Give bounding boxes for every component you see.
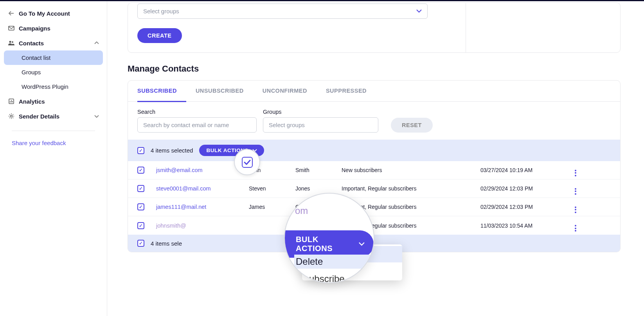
row-checkbox[interactable]: ✓ [137,203,144,210]
date-cell: 03/27/2024 10:19 AM [480,167,570,173]
more-icon[interactable] [575,188,576,195]
select-all-checkbox[interactable]: ✓ [137,147,144,154]
svg-point-4 [11,115,13,117]
nav-sender-details[interactable]: Sender Details [4,109,103,124]
nav-contacts[interactable]: Contacts [4,36,103,50]
more-icon[interactable] [575,225,576,232]
placeholder-text: Select groups [143,8,179,14]
svg-rect-0 [9,26,14,30]
chevron-down-icon [358,242,365,246]
chevron-down-icon [416,9,422,13]
tab-subscribed[interactable]: SUBSCRIBED [137,81,186,102]
magnifier-overlay: om BULK ACTIONS Delete subscribe [284,193,374,283]
first-name: Steven [249,185,295,192]
nav-label: Sender Details [19,113,59,120]
chevron-down-icon [94,115,99,118]
card-right-panel [466,3,620,52]
tab-suppressed[interactable]: SUPPRESSED [326,81,376,101]
magnified-delete: Delete [294,255,374,269]
svg-point-1 [9,41,11,43]
groups-select-top[interactable]: Select groups [137,4,428,19]
nav-analytics[interactable]: Analytics [4,94,103,109]
date-cell: 11/03/2023 10:54 AM [480,223,570,229]
row-checkbox[interactable]: ✓ [137,222,144,229]
last-name: Smith [295,167,342,173]
magnified-checkbox [242,157,253,168]
groups-select[interactable]: Select groups [263,117,378,133]
svg-point-2 [12,41,13,43]
nav-groups[interactable]: Groups [4,65,103,79]
more-icon[interactable] [575,170,576,176]
tab-unconfirmed[interactable]: UNCONFIRMED [263,81,317,101]
nav-label: Campaigns [19,25,50,32]
mail-icon [8,25,15,32]
table-row: ✓steve0001@mail.comStevenJonesImportant,… [128,180,620,198]
arrow-left-icon [8,10,15,17]
row-checkbox[interactable]: ✓ [137,167,144,174]
contact-email[interactable]: johnsmith@ [156,223,186,229]
selected-count: 4 items sele [151,240,182,247]
search-input[interactable] [137,117,257,133]
groups-cell: Important, Regular subscribers [342,185,480,192]
search-label: Search [137,109,257,115]
nav-label: Contacts [19,40,44,47]
date-cell: 02/29/2024 12:03 PM [480,204,570,210]
magnified-email-fragment: om [295,205,308,216]
check-icon [244,160,251,165]
create-button[interactable]: CREATE [137,28,182,43]
more-icon[interactable] [575,206,576,213]
sidebar: Go To My Account Campaigns Contacts Cont… [0,1,107,316]
nav-label: Analytics [19,98,45,105]
table-row: ✓jsmith@email.comJohnSmithNew subscriber… [128,161,620,180]
main-content: Select groups CREATE Manage Contacts SUB… [107,1,644,316]
row-checkbox[interactable]: ✓ [137,185,144,192]
mini-magnifier-checkbox [234,149,260,175]
nav-wp-plugin[interactable]: WordPress Plugin [4,79,103,94]
chevron-up-icon [94,41,99,45]
tabs: SUBSCRIBED UNSUBSCRIBED UNCONFIRMED SUPP… [128,81,620,102]
reset-button[interactable]: RESET [391,118,433,133]
contact-email[interactable]: steve0001@mail.com [156,185,211,192]
chart-icon [8,98,15,105]
last-name: Jones [295,185,342,192]
groups-cell: New subscribers [342,167,480,173]
magnified-subscribe: subscribe [304,273,345,283]
feedback-link[interactable]: Share your feedback [12,131,95,146]
select-all-checkbox-bottom[interactable]: ✓ [137,240,144,247]
date-cell: 02/29/2024 12:03 PM [480,185,570,192]
nav-contact-list[interactable]: Contact list [4,50,103,65]
gear-icon [8,113,15,120]
tab-unsubscribed[interactable]: UNSUBSCRIBED [196,81,253,101]
contact-email[interactable]: james111@mail.net [156,204,206,210]
placeholder-text: Select groups [269,122,305,128]
nav-label: Go To My Account [19,10,70,17]
first-name: James [249,204,295,210]
manage-heading: Manage Contacts [128,64,621,74]
selected-count: 4 items selected [151,147,193,154]
contact-email[interactable]: jsmith@email.com [156,167,203,173]
groups-label: Groups [263,109,378,115]
create-card: Select groups CREATE [128,2,621,53]
table-row: ✓james111@mail.netJamesClarkeImportant, … [128,198,620,216]
nav-campaigns[interactable]: Campaigns [4,21,103,36]
nav-go-to-account[interactable]: Go To My Account [4,6,103,21]
people-icon [8,40,15,47]
manage-card: SUBSCRIBED UNSUBSCRIBED UNCONFIRMED SUPP… [128,80,621,252]
magnified-bulk-button: BULK ACTIONS [285,230,374,258]
selection-bar-top: ✓ 4 items selected BULK ACTIONS [128,140,620,161]
